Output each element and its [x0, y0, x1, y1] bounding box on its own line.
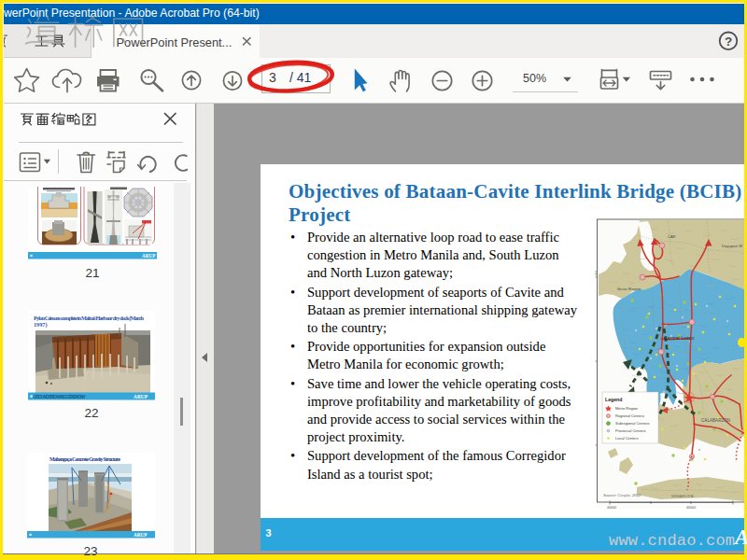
- svg-text:?: ?: [725, 35, 732, 49]
